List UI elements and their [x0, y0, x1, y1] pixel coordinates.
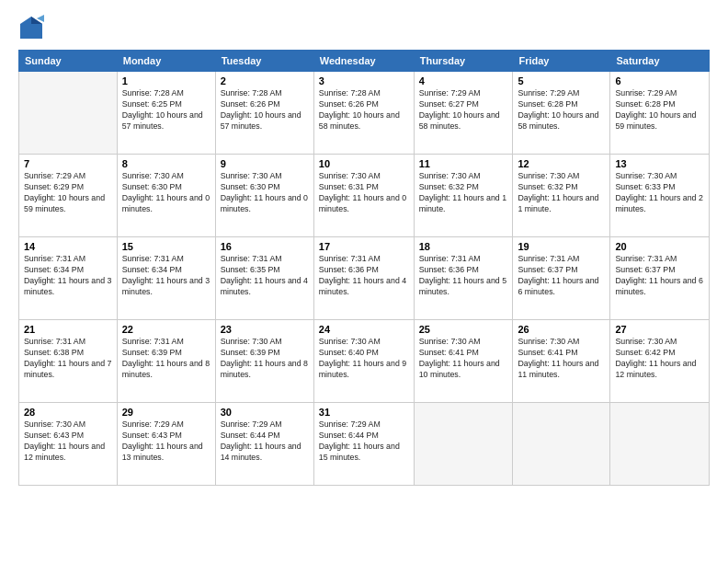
header	[18, 15, 710, 40]
calendar-cell	[610, 403, 710, 486]
cell-info: Sunrise: 7:31 AMSunset: 6:34 PMDaylight:…	[122, 254, 210, 298]
day-number: 21	[24, 324, 112, 335]
calendar-cell: 12Sunrise: 7:30 AMSunset: 6:32 PMDayligh…	[513, 155, 610, 237]
cell-info: Sunrise: 7:29 AMSunset: 6:28 PMDaylight:…	[615, 88, 704, 132]
calendar-cell	[513, 403, 610, 486]
day-number: 14	[24, 241, 112, 252]
calendar-cell: 5Sunrise: 7:29 AMSunset: 6:28 PMDaylight…	[513, 72, 610, 155]
week-row-0: 1Sunrise: 7:28 AMSunset: 6:25 PMDaylight…	[19, 72, 710, 155]
cell-info: Sunrise: 7:30 AMSunset: 6:43 PMDaylight:…	[24, 419, 112, 464]
day-number: 3	[319, 75, 409, 86]
calendar-cell: 20Sunrise: 7:31 AMSunset: 6:37 PMDayligh…	[610, 237, 710, 320]
week-row-4: 28Sunrise: 7:30 AMSunset: 6:43 PMDayligh…	[19, 403, 710, 486]
cell-info: Sunrise: 7:31 AMSunset: 6:35 PMDaylight:…	[221, 254, 309, 298]
calendar-cell: 22Sunrise: 7:31 AMSunset: 6:39 PMDayligh…	[117, 320, 215, 403]
cell-info: Sunrise: 7:28 AMSunset: 6:26 PMDaylight:…	[319, 88, 409, 132]
calendar-cell: 11Sunrise: 7:30 AMSunset: 6:32 PMDayligh…	[414, 155, 513, 237]
cell-info: Sunrise: 7:30 AMSunset: 6:40 PMDaylight:…	[319, 337, 409, 381]
calendar-cell: 30Sunrise: 7:29 AMSunset: 6:44 PMDayligh…	[215, 403, 313, 486]
calendar-table: SundayMondayTuesdayWednesdayThursdayFrid…	[18, 50, 710, 486]
cell-info: Sunrise: 7:29 AMSunset: 6:43 PMDaylight:…	[122, 419, 210, 464]
calendar-cell: 7Sunrise: 7:29 AMSunset: 6:29 PMDaylight…	[19, 155, 118, 237]
cell-info: Sunrise: 7:30 AMSunset: 6:41 PMDaylight:…	[419, 337, 508, 381]
day-number: 27	[615, 324, 704, 335]
calendar-cell: 21Sunrise: 7:31 AMSunset: 6:38 PMDayligh…	[19, 320, 118, 403]
weekday-tuesday: Tuesday	[215, 51, 313, 72]
cell-info: Sunrise: 7:29 AMSunset: 6:27 PMDaylight:…	[419, 88, 508, 132]
cell-info: Sunrise: 7:31 AMSunset: 6:39 PMDaylight:…	[122, 337, 210, 381]
weekday-header-row: SundayMondayTuesdayWednesdayThursdayFrid…	[19, 51, 710, 72]
calendar-cell: 27Sunrise: 7:30 AMSunset: 6:42 PMDayligh…	[610, 320, 710, 403]
calendar-cell: 19Sunrise: 7:31 AMSunset: 6:37 PMDayligh…	[513, 237, 610, 320]
calendar-cell: 16Sunrise: 7:31 AMSunset: 6:35 PMDayligh…	[215, 237, 313, 320]
calendar-cell: 14Sunrise: 7:31 AMSunset: 6:34 PMDayligh…	[19, 237, 118, 320]
calendar-cell: 25Sunrise: 7:30 AMSunset: 6:41 PMDayligh…	[414, 320, 513, 403]
day-number: 25	[419, 324, 508, 335]
cell-info: Sunrise: 7:29 AMSunset: 6:28 PMDaylight:…	[518, 88, 605, 132]
cell-info: Sunrise: 7:31 AMSunset: 6:36 PMDaylight:…	[419, 254, 508, 298]
calendar-cell: 24Sunrise: 7:30 AMSunset: 6:40 PMDayligh…	[313, 320, 414, 403]
calendar-cell: 2Sunrise: 7:28 AMSunset: 6:26 PMDaylight…	[215, 72, 313, 155]
day-number: 24	[319, 324, 409, 335]
cell-info: Sunrise: 7:30 AMSunset: 6:30 PMDaylight:…	[122, 171, 210, 215]
cell-info: Sunrise: 7:30 AMSunset: 6:32 PMDaylight:…	[518, 171, 605, 215]
calendar-cell: 18Sunrise: 7:31 AMSunset: 6:36 PMDayligh…	[414, 237, 513, 320]
day-number: 6	[615, 75, 704, 86]
day-number: 23	[221, 324, 309, 335]
calendar-cell: 23Sunrise: 7:30 AMSunset: 6:39 PMDayligh…	[215, 320, 313, 403]
cell-info: Sunrise: 7:28 AMSunset: 6:26 PMDaylight:…	[221, 88, 309, 132]
cell-info: Sunrise: 7:29 AMSunset: 6:44 PMDaylight:…	[319, 419, 409, 464]
cell-info: Sunrise: 7:30 AMSunset: 6:32 PMDaylight:…	[419, 171, 508, 215]
weekday-friday: Friday	[513, 51, 610, 72]
calendar-cell: 8Sunrise: 7:30 AMSunset: 6:30 PMDaylight…	[117, 155, 215, 237]
weekday-wednesday: Wednesday	[313, 51, 414, 72]
cell-info: Sunrise: 7:30 AMSunset: 6:30 PMDaylight:…	[221, 171, 309, 215]
day-number: 8	[122, 158, 210, 169]
day-number: 10	[319, 158, 409, 169]
day-number: 7	[24, 158, 112, 169]
day-number: 31	[319, 407, 409, 418]
cell-info: Sunrise: 7:31 AMSunset: 6:38 PMDaylight:…	[24, 337, 112, 381]
calendar-cell: 26Sunrise: 7:30 AMSunset: 6:41 PMDayligh…	[513, 320, 610, 403]
calendar-cell: 4Sunrise: 7:29 AMSunset: 6:27 PMDaylight…	[414, 72, 513, 155]
week-row-1: 7Sunrise: 7:29 AMSunset: 6:29 PMDaylight…	[19, 155, 710, 237]
day-number: 4	[419, 75, 508, 86]
day-number: 18	[419, 241, 508, 252]
day-number: 28	[24, 407, 112, 418]
day-number: 12	[518, 158, 605, 169]
cell-info: Sunrise: 7:31 AMSunset: 6:37 PMDaylight:…	[518, 254, 605, 298]
day-number: 19	[518, 241, 605, 252]
cell-info: Sunrise: 7:31 AMSunset: 6:37 PMDaylight:…	[615, 254, 704, 298]
cell-info: Sunrise: 7:30 AMSunset: 6:42 PMDaylight:…	[615, 337, 704, 381]
week-row-2: 14Sunrise: 7:31 AMSunset: 6:34 PMDayligh…	[19, 237, 710, 320]
day-number: 5	[518, 75, 605, 86]
cell-info: Sunrise: 7:29 AMSunset: 6:29 PMDaylight:…	[24, 171, 112, 215]
day-number: 13	[615, 158, 704, 169]
svg-marker-2	[37, 15, 44, 22]
day-number: 15	[122, 241, 210, 252]
calendar-cell: 10Sunrise: 7:30 AMSunset: 6:31 PMDayligh…	[313, 155, 414, 237]
cell-info: Sunrise: 7:28 AMSunset: 6:25 PMDaylight:…	[122, 88, 210, 132]
day-number: 17	[319, 241, 409, 252]
day-number: 1	[122, 75, 210, 86]
calendar-cell	[414, 403, 513, 486]
calendar-cell: 3Sunrise: 7:28 AMSunset: 6:26 PMDaylight…	[313, 72, 414, 155]
calendar-cell: 31Sunrise: 7:29 AMSunset: 6:44 PMDayligh…	[313, 403, 414, 486]
calendar-cell: 28Sunrise: 7:30 AMSunset: 6:43 PMDayligh…	[19, 403, 118, 486]
week-row-3: 21Sunrise: 7:31 AMSunset: 6:38 PMDayligh…	[19, 320, 710, 403]
calendar-cell: 1Sunrise: 7:28 AMSunset: 6:25 PMDaylight…	[117, 72, 215, 155]
calendar-cell: 9Sunrise: 7:30 AMSunset: 6:30 PMDaylight…	[215, 155, 313, 237]
weekday-thursday: Thursday	[414, 51, 513, 72]
weekday-monday: Monday	[117, 51, 215, 72]
cell-info: Sunrise: 7:29 AMSunset: 6:44 PMDaylight:…	[221, 419, 309, 464]
logo-icon	[18, 15, 44, 40]
logo	[18, 15, 48, 40]
day-number: 26	[518, 324, 605, 335]
cell-info: Sunrise: 7:30 AMSunset: 6:31 PMDaylight:…	[319, 171, 409, 215]
day-number: 9	[221, 158, 309, 169]
day-number: 22	[122, 324, 210, 335]
page: SundayMondayTuesdayWednesdayThursdayFrid…	[0, 0, 728, 563]
day-number: 2	[221, 75, 309, 86]
cell-info: Sunrise: 7:31 AMSunset: 6:36 PMDaylight:…	[319, 254, 409, 298]
day-number: 20	[615, 241, 704, 252]
